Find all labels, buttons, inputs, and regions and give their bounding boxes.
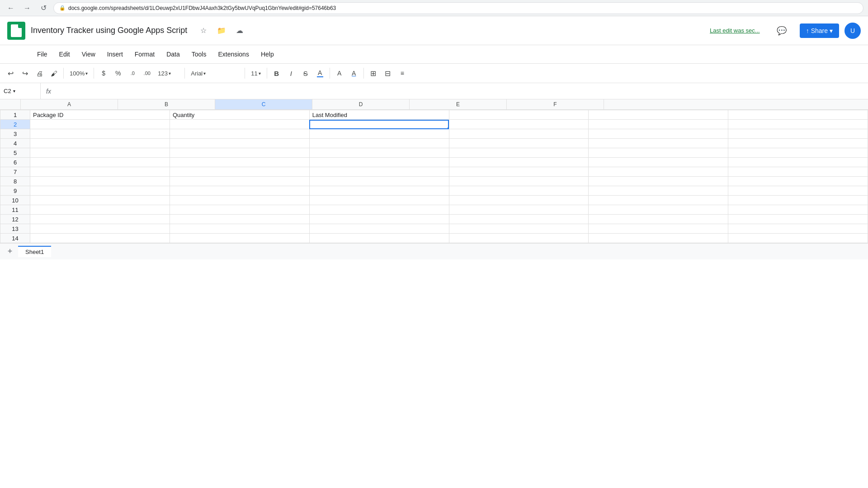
last-edit-text[interactable]: Last edit was sec...	[710, 27, 760, 34]
menu-extensions[interactable]: Extensions	[212, 49, 254, 60]
cell-c1[interactable]: Last Modified	[309, 110, 449, 120]
cell-e2[interactable]	[589, 120, 728, 129]
row-num-8[interactable]: 8	[0, 177, 30, 186]
print-button[interactable]: 🖨	[33, 66, 46, 80]
cell-a5[interactable]	[30, 148, 170, 158]
cell-e12[interactable]	[589, 215, 728, 224]
cell-f5[interactable]	[728, 148, 868, 158]
row-num-5[interactable]: 5	[0, 148, 30, 158]
cell-e8[interactable]	[589, 177, 728, 186]
text-color-button[interactable]: A	[347, 66, 361, 80]
cell-b7[interactable]	[170, 167, 309, 177]
cell-a7[interactable]	[30, 167, 170, 177]
cell-d11[interactable]	[449, 205, 589, 215]
cell-e13[interactable]	[589, 224, 728, 234]
cell-e10[interactable]	[589, 196, 728, 205]
cloud-button[interactable]: ☁	[232, 23, 247, 38]
cell-b5[interactable]	[170, 148, 309, 158]
cell-f4[interactable]	[728, 139, 868, 148]
cell-b12[interactable]	[170, 215, 309, 224]
cell-c4[interactable]	[309, 139, 449, 148]
cell-b10[interactable]	[170, 196, 309, 205]
cell-f2[interactable]	[728, 120, 868, 129]
cell-b4[interactable]	[170, 139, 309, 148]
cell-reference-selector[interactable]: C2 ▾	[0, 83, 41, 99]
col-header-a[interactable]: A	[21, 99, 118, 109]
bold-button[interactable]: B	[270, 66, 283, 80]
row-num-1[interactable]: 1	[0, 110, 30, 120]
merge-button[interactable]: ⊟	[381, 66, 395, 80]
row-num-2[interactable]: 2	[0, 120, 30, 129]
menu-file[interactable]: File	[32, 49, 53, 60]
menu-insert[interactable]: Insert	[102, 49, 128, 60]
cell-a12[interactable]	[30, 215, 170, 224]
refresh-button[interactable]: ↺	[37, 2, 50, 14]
row-num-12[interactable]: 12	[0, 215, 30, 224]
cell-f6[interactable]	[728, 158, 868, 167]
cell-d9[interactable]	[449, 186, 589, 196]
menu-help[interactable]: Help	[255, 49, 279, 60]
percent-button[interactable]: %	[111, 66, 125, 80]
cell-b3[interactable]	[170, 129, 309, 139]
row-num-6[interactable]: 6	[0, 158, 30, 167]
row-num-13[interactable]: 13	[0, 224, 30, 234]
cell-b8[interactable]	[170, 177, 309, 186]
menu-format[interactable]: Format	[129, 49, 160, 60]
address-bar[interactable]: 🔒 docs.google.com/spreadsheets/d/1LOeuwp…	[53, 2, 863, 14]
cell-c14[interactable]	[309, 234, 449, 243]
cell-c3[interactable]	[309, 129, 449, 139]
align-button[interactable]: ≡	[396, 66, 409, 80]
redo-button[interactable]: ↪	[18, 66, 32, 80]
strikethrough-button[interactable]: S	[299, 66, 312, 80]
cell-b14[interactable]	[170, 234, 309, 243]
decimal-decrease-button[interactable]: .0	[126, 66, 139, 80]
cell-a4[interactable]	[30, 139, 170, 148]
cell-f8[interactable]	[728, 177, 868, 186]
cell-c2[interactable]	[309, 120, 449, 129]
col-header-c[interactable]: C	[215, 99, 312, 109]
paint-format-button[interactable]: 🖌	[47, 66, 61, 80]
cell-c12[interactable]	[309, 215, 449, 224]
row-num-9[interactable]: 9	[0, 186, 30, 196]
add-sheet-button[interactable]: +	[4, 245, 16, 258]
cell-f12[interactable]	[728, 215, 868, 224]
undo-button[interactable]: ↩	[4, 66, 17, 80]
cell-c6[interactable]	[309, 158, 449, 167]
cell-f11[interactable]	[728, 205, 868, 215]
cell-c13[interactable]	[309, 224, 449, 234]
comment-button[interactable]: 💬	[773, 22, 791, 40]
cell-d7[interactable]	[449, 167, 589, 177]
italic-button[interactable]: I	[284, 66, 298, 80]
cell-d3[interactable]	[449, 129, 589, 139]
cell-e5[interactable]	[589, 148, 728, 158]
cell-a8[interactable]	[30, 177, 170, 186]
cell-b13[interactable]	[170, 224, 309, 234]
col-header-e[interactable]: E	[410, 99, 507, 109]
borders-button[interactable]: ⊞	[367, 66, 380, 80]
cell-d12[interactable]	[449, 215, 589, 224]
back-button[interactable]: ←	[5, 2, 17, 14]
row-num-10[interactable]: 10	[0, 196, 30, 205]
cell-d14[interactable]	[449, 234, 589, 243]
cell-d1[interactable]	[449, 110, 589, 120]
cell-e1[interactable]	[589, 110, 728, 120]
cell-d10[interactable]	[449, 196, 589, 205]
cell-d8[interactable]	[449, 177, 589, 186]
cell-f13[interactable]	[728, 224, 868, 234]
cell-c10[interactable]	[309, 196, 449, 205]
row-num-14[interactable]: 14	[0, 234, 30, 243]
decimal-increase-button[interactable]: .00	[140, 66, 154, 80]
cell-b2[interactable]	[170, 120, 309, 129]
cell-e6[interactable]	[589, 158, 728, 167]
menu-data[interactable]: Data	[161, 49, 185, 60]
cell-d6[interactable]	[449, 158, 589, 167]
cell-f1[interactable]	[728, 110, 868, 120]
row-num-7[interactable]: 7	[0, 167, 30, 177]
cell-a9[interactable]	[30, 186, 170, 196]
cell-e4[interactable]	[589, 139, 728, 148]
folder-button[interactable]: 📁	[214, 23, 229, 38]
cell-e9[interactable]	[589, 186, 728, 196]
col-header-b[interactable]: B	[118, 99, 215, 109]
menu-view[interactable]: View	[76, 49, 101, 60]
cell-d5[interactable]	[449, 148, 589, 158]
